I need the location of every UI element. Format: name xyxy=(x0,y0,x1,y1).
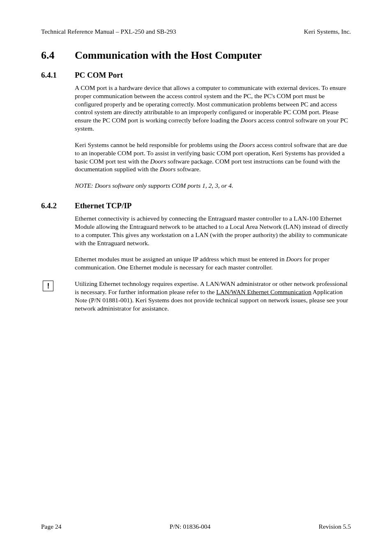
doors-italic: Doors xyxy=(150,158,166,165)
section-heading-6-4: 6.4 Communication with the Host Computer xyxy=(41,49,351,62)
subheading-number: 6.4.1 xyxy=(41,71,75,80)
body-6-4-1: A COM port is a hardware device that all… xyxy=(75,84,351,190)
footer-part-number: P/N: 01836-004 xyxy=(170,523,210,530)
page-footer: Page 24 P/N: 01836-004 Revision 5.5 xyxy=(41,523,351,530)
paragraph: Ethernet modules must be assigned an uni… xyxy=(75,255,351,272)
body-6-4-2: Ethernet connectivity is achieved by con… xyxy=(75,214,351,272)
page-header: Technical Reference Manual – PXL-250 and… xyxy=(41,28,351,35)
subheading-title: PC COM Port xyxy=(75,71,123,80)
header-left: Technical Reference Manual – PXL-250 and… xyxy=(41,28,176,35)
alert-icon: ! xyxy=(43,281,53,291)
link-lan-wan-cont: WAN Ethernet Communication xyxy=(231,288,311,295)
doors-italic: Doors xyxy=(160,166,176,173)
header-right: Keri Systems, Inc. xyxy=(304,28,351,35)
alert-block: ! Utilizing Ethernet technology requires… xyxy=(41,280,351,312)
doors-italic: Doors xyxy=(240,117,256,124)
alert-text: Utilizing Ethernet technology requires e… xyxy=(75,280,351,312)
text-run: Ethernet modules must be assigned an uni… xyxy=(75,256,286,263)
subheading-title: Ethernet TCP/IP xyxy=(75,201,131,210)
doors-italic: Doors xyxy=(286,256,302,263)
text-run: software. xyxy=(175,166,201,173)
footer-page: Page 24 xyxy=(41,523,62,530)
heading-title: Communication with the Host Computer xyxy=(75,49,262,62)
link-lan-wan: LAN/ xyxy=(216,288,231,295)
footer-revision: Revision 5.5 xyxy=(319,523,351,530)
paragraph: Keri Systems cannot be held responsible … xyxy=(75,141,351,173)
subheading-number: 6.4.2 xyxy=(41,201,75,210)
subsection-heading-6-4-1: 6.4.1 PC COM Port xyxy=(41,71,351,80)
paragraph: Ethernet connectivity is achieved by con… xyxy=(75,214,351,247)
alert-glyph: ! xyxy=(47,282,49,290)
text-run: Keri Systems cannot be held responsible … xyxy=(75,141,239,148)
subsection-heading-6-4-2: 6.4.2 Ethernet TCP/IP xyxy=(41,201,351,210)
note-paragraph: NOTE: Doors software only supports COM p… xyxy=(75,182,351,190)
paragraph: A COM port is a hardware device that all… xyxy=(75,84,351,133)
heading-number: 6.4 xyxy=(41,49,75,62)
doors-italic: Doors xyxy=(239,141,255,148)
